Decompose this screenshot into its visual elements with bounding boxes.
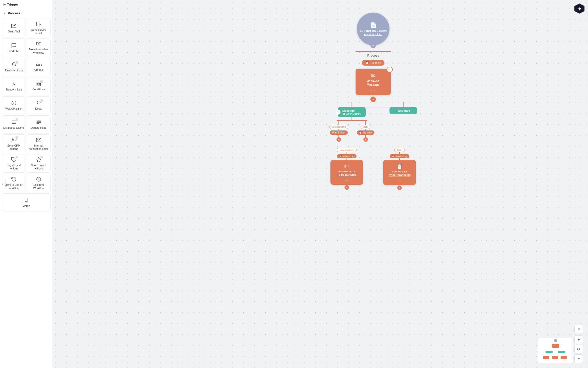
svg-rect-37 [561,356,567,359]
after-1day-right-badge[interactable]: ⏰ After 1 day [390,154,410,158]
sidebar-item-score-actions[interactable]: Score based actions [27,154,51,173]
add-to-list-title: ADD TO LIST [386,170,413,173]
bottom-right-v1 [399,152,400,154]
branches-wrapper: 1 Message ⏰ After 1 hour ℹ [310,102,436,142]
trigger-section-header[interactable]: ▶ Trigger [0,0,53,9]
response-branch-node[interactable]: Response [389,107,417,114]
sidebar-item-wait-condition[interactable]: Wait Condition [2,96,26,114]
after-1day-left-badge[interactable]: ⏰ After 1 day [337,154,357,158]
click-arrow: ▾ [363,137,368,142]
canvas-area: ◆ 📄 ON FORM SUBMISSION Any signup form ·… [53,0,588,368]
click-bot [365,135,366,137]
click-label: Click [361,125,370,129]
process-label-area: Process [348,51,398,58]
clock-icon-left: ⏰ [339,155,342,158]
message-branch-node[interactable]: 1 Message ⏰ After 1 hour ℹ [338,107,366,117]
svg-line-9 [13,83,14,85]
svg-rect-32 [552,344,559,348]
wait-condition-icon [11,100,17,106]
tags-actions-label: Tags based actions [3,164,25,170]
sidebar-item-zoho-crm[interactable]: Zoho CRM actions [2,134,26,153]
sidebar-item-list-actions[interactable]: List based actions [2,115,26,133]
sidebar-item-random-split[interactable]: Random Split [2,77,26,95]
sidebar-item-merge[interactable]: Merge [2,193,51,211]
message-node-name: Message [360,83,387,86]
process-section-header[interactable]: ▼ Process [0,9,53,18]
zoom-reset-button[interactable]: ⟳ [574,345,583,353]
zoom-in-button[interactable]: + [574,335,583,344]
branch-right-label: Response [397,109,410,112]
assign-tags-node[interactable]: 🏷 ASSIGN TAGS To be nurtured ··· [330,160,363,185]
click-top [365,120,366,125]
sidebar-item-delay[interactable]: Delay [27,96,51,114]
click-col: Click ⏰ No delay ▾ [357,120,375,142]
move-workflow-icon [36,41,41,47]
send-survey-icon [36,21,41,27]
trigger-node-title: ON FORM SUBMISSION [360,30,386,32]
sidebar-item-send-mail[interactable]: Send Mail [2,19,26,37]
bottom-click-label: Click [394,148,405,152]
trigger-node-icon: 📄 [370,22,377,29]
sidebar-item-internal-notif[interactable]: Internal notification email [27,134,51,153]
wait-condition-label: Wait Condition [5,107,22,111]
move-end-label: Move to End-of-workflow [3,183,25,190]
random-split-label: Random Split [6,88,22,91]
conditions-icon [36,81,41,86]
move-workflow-label: Move to another Workflow [28,48,50,55]
click-no-delay-badge[interactable]: ⏰ No delay [357,130,375,135]
info-icon: ℹ [360,113,361,115]
flow-diagram: 📄 ON FORM SUBMISSION Any signup form ···… [285,5,461,190]
click-delay-clock: ⏰ [359,131,362,134]
add-to-list-name: Zylker prospects [386,173,413,176]
list-actions-label: List based actions [3,126,24,130]
msg-node-arrow-down: ▾ [370,97,376,102]
assign-tags-title: ASSIGN TAGS [333,170,360,173]
sidebar-item-move-end[interactable]: Move to End-of-workflow [2,174,26,192]
unsub-bot [338,135,339,137]
close-minimap-button[interactable]: ✕ [574,325,583,333]
sidebar-item-move-workflow[interactable]: Move to another Workflow [27,38,51,57]
message-node[interactable]: ✓ ✉ MESSAGE Message ··· [356,69,391,95]
message-node-title: MESSAGE [360,80,387,82]
message-check-badge: ✓ [387,67,393,73]
trigger-label: Trigger [7,3,18,6]
add-to-list-node[interactable]: 📋 ADD TO LIST Zylker prospects ··· [383,160,416,185]
clock-icon: ⏰ [365,61,369,65]
trigger-node[interactable]: 📄 ON FORM SUBMISSION Any signup form ···… [357,13,389,45]
brand-icon: ◆ [574,4,584,14]
trigger-node-dots: ··· [371,36,375,40]
sidebar-item-conditions[interactable]: Conditions [27,77,51,95]
sidebar-item-send-sms[interactable]: Send SMS [2,38,26,57]
clock-icon-right: ⏰ [392,155,395,158]
process-bar [356,51,391,52]
assign-tags-arrow: ▾ [345,185,349,190]
merge-label: Merge [23,204,30,208]
collapse-sidebar-button[interactable]: ‹ [0,179,6,189]
conditions-label: Conditions [32,88,45,91]
wait-1hr-badge[interactable]: Wait 1 Hour [330,130,348,135]
delay-icon [36,100,41,106]
branch-area-wrapper: 1 Message ⏰ After 1 hour ℹ [310,102,436,190]
sidebar-item-exit-workflow[interactable]: Exit from Workflow [27,174,51,192]
bottom-actions-row: Unresponsive ⏰ After 1 day 🏷 ASSIGN TAGS… [310,148,436,190]
add-to-list-dots: ··· [386,178,413,182]
tags-actions-icon [11,157,17,162]
exit-workflow-label: Exit from Workflow [28,183,50,190]
no-delay-badge[interactable]: ⏰ No delay [362,60,384,66]
assign-tags-name: To be nurtured [333,173,360,176]
sidebar-item-send-survey[interactable]: Send survey email [27,19,51,37]
add-to-list-icon: 📋 [386,163,413,169]
zoom-out-button[interactable]: − [574,354,583,363]
sidebar-item-reminder-loop[interactable]: Reminder Loop [2,58,26,76]
score-actions-icon [36,157,41,162]
sidebar-item-tags-actions[interactable]: Tags based actions [2,154,26,173]
sidebar-item-update-fields[interactable]: Update fields [27,115,51,133]
svg-rect-35 [543,356,549,359]
message-node-icon: ✉ [360,72,387,79]
sidebar-item-ab-test[interactable]: A/B A/B Test [27,58,51,76]
reminder-loop-icon [11,62,17,68]
internal-notif-icon [36,137,41,143]
delay-clock-icon: ⏰ [342,112,346,115]
reminder-loop-label: Reminder Loop [5,69,23,72]
connector-delay-to-msg [373,66,373,67]
